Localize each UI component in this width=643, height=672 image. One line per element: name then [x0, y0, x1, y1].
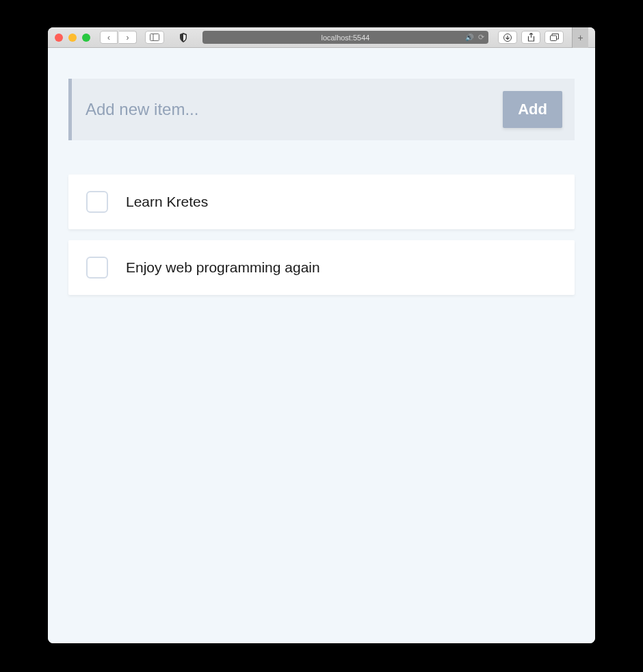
privacy-shield-button[interactable] [174, 31, 193, 44]
share-button[interactable] [521, 31, 540, 44]
share-icon [527, 33, 535, 42]
add-button[interactable]: Add [503, 91, 562, 128]
window-close-button[interactable] [55, 34, 63, 42]
window-maximize-button[interactable] [82, 34, 90, 42]
sidebar-icon [150, 34, 159, 41]
task-checkbox[interactable] [86, 257, 108, 279]
svg-rect-3 [550, 36, 556, 41]
svg-rect-0 [150, 34, 159, 41]
browser-window: ‹ › localhost:5544 🔊 ⟳ [48, 27, 595, 643]
nav-buttons: ‹ › [100, 31, 137, 44]
task-text: Learn Kretes [126, 194, 208, 210]
plus-icon: + [577, 32, 583, 43]
task-text: Enjoy web programming again [126, 259, 320, 276]
tabs-button[interactable] [544, 31, 564, 44]
url-text: localhost:5544 [322, 34, 370, 42]
toolbar-right [498, 31, 564, 44]
address-bar[interactable]: localhost:5544 🔊 ⟳ [202, 31, 488, 44]
download-icon [503, 34, 512, 42]
forward-button[interactable]: › [119, 31, 137, 44]
new-tab-button[interactable]: + [572, 27, 588, 48]
task-item: Learn Kretes [68, 175, 575, 229]
refresh-icon[interactable]: ⟳ [478, 33, 484, 42]
browser-toolbar: ‹ › localhost:5544 🔊 ⟳ [48, 27, 595, 48]
window-minimize-button[interactable] [68, 34, 77, 42]
downloads-button[interactable] [498, 31, 517, 44]
sidebar-toggle-button[interactable] [145, 31, 164, 44]
task-item: Enjoy web programming again [68, 240, 575, 295]
window-controls [55, 34, 90, 42]
chevron-left-icon: ‹ [107, 33, 110, 42]
page-content: Add Learn Kretes Enjoy web programming a… [48, 48, 595, 643]
add-item-form: Add [68, 79, 575, 140]
chevron-right-icon: › [127, 33, 129, 42]
tabs-icon [550, 34, 559, 41]
add-item-input[interactable] [86, 100, 495, 119]
task-checkbox[interactable] [86, 191, 108, 213]
sound-icon[interactable]: 🔊 [465, 34, 473, 41]
back-button[interactable]: ‹ [100, 31, 118, 44]
shield-icon [179, 33, 187, 42]
task-list: Learn Kretes Enjoy web programming again [68, 175, 575, 295]
